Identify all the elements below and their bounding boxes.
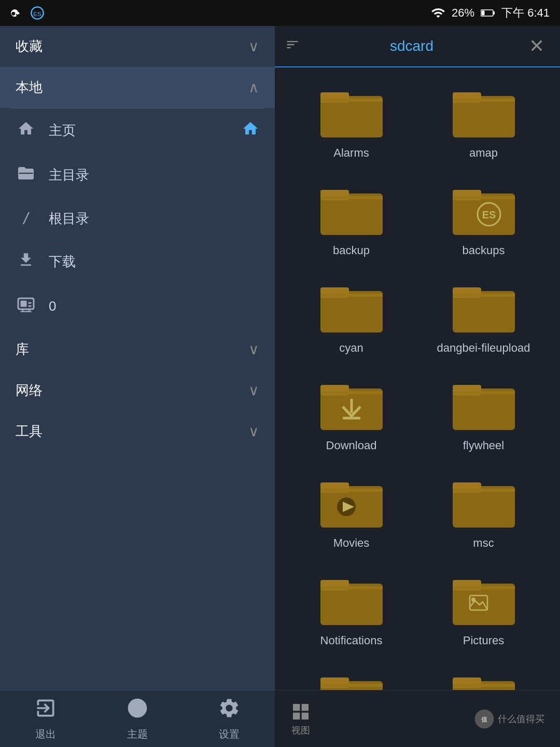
nav-theme[interactable]: 主题 [126,697,149,741]
view-label: 视图 [291,724,310,737]
svg-rect-3 [493,11,495,15]
nav-settings[interactable]: 设置 [218,697,241,741]
watermark: 值 什么值得买 [475,710,544,728]
folder-pictures[interactable]: Pictures [417,560,550,658]
sidebar-section-local[interactable]: 本地 ∧ [0,67,275,108]
svg-rect-8 [29,302,32,304]
folder-dangbei-name: dangbei-fileupload [437,341,530,355]
status-bar-left: ES [10,6,45,20]
svg-text:值: 值 [481,716,487,723]
folder-alarms-name: Alarms [333,146,369,160]
sidebar-section-library[interactable]: 库 ∨ [0,329,275,370]
folder-dangbei-fileupload[interactable]: dangbei-fileupload [417,268,550,365]
download-icon [16,251,36,272]
grid-view-icon [290,701,311,722]
local-label: 本地 [16,78,43,96]
file-browser-title: sdcard [305,38,519,54]
sort-icon[interactable] [285,37,300,56]
favorites-label: 收藏 [16,37,43,56]
svg-rect-15 [453,99,515,102]
settings-icon [218,697,241,724]
library-label: 库 [16,340,29,358]
svg-rect-26 [320,294,383,297]
svg-rect-12 [320,99,383,102]
folder-flywheel[interactable]: flywheel [417,365,550,463]
sidebar-item-main-dir[interactable]: 主目录 [0,153,275,198]
es-icon: ES [30,6,45,20]
folder-download-name: Download [326,439,377,452]
folder-msc[interactable]: msc [417,463,550,560]
download-label: 下载 [49,253,76,271]
favorites-chevron-icon: ∨ [248,38,259,55]
svg-rect-48 [320,586,383,589]
sidebar-section-tools[interactable]: 工具 ∨ [0,411,275,452]
root-dir-label: 根目录 [49,210,89,228]
time-display: 下午 6:41 [501,5,550,21]
sidebar-item-root-dir[interactable]: / 根目录 [0,198,275,240]
folder-alarms[interactable]: Alarms [285,73,417,170]
svg-rect-18 [320,196,383,199]
close-button[interactable]: ✕ [524,33,550,60]
sidebar-spacer [0,452,275,690]
folder-download[interactable]: Download [285,365,417,463]
folder-backup[interactable]: backup [285,170,417,268]
folder-flywheel-name: flywheel [463,439,504,452]
network-chevron-icon: ∨ [248,382,259,399]
status-bar: ES 26% 下午 6:41 [0,0,560,26]
device-icon [16,295,36,317]
folder-alarms-icon [318,83,385,140]
folder-13-icon [318,668,385,690]
key-icon [10,6,25,20]
sidebar-item-download[interactable]: 下载 [0,240,275,284]
network-label: 网络 [16,381,43,399]
svg-rect-37 [453,391,515,394]
folder-13[interactable] [285,658,417,690]
file-browser: sdcard ✕ Alarms [275,26,560,690]
svg-rect-40 [320,489,383,492]
svg-rect-56 [320,684,383,687]
nav-exit[interactable]: 退出 [34,697,57,741]
theme-icon [126,697,149,724]
root-dir-icon: / [16,209,36,228]
folder-msc-icon [450,473,517,530]
watermark-icon: 值 [475,710,494,728]
svg-rect-32 [320,391,383,394]
exit-icon [34,697,57,724]
settings-label: 设置 [219,727,240,741]
exit-label: 退出 [35,727,56,741]
bottom-navigation: 退出 主题 设置 [0,690,560,747]
folder-backups[interactable]: ES backups [417,170,550,268]
sidebar-section-favorites[interactable]: 收藏 ∨ [0,26,275,67]
folder-amap-icon [450,83,517,140]
svg-rect-51 [453,586,515,589]
folder-notifications[interactable]: Notifications [285,560,417,658]
battery-icon [481,9,495,17]
svg-rect-4 [482,11,485,16]
folder-backup-icon [318,181,385,238]
bottom-nav-left: 退出 主题 设置 [0,690,275,747]
folder-pictures-icon [450,571,517,628]
folder-backup-name: backup [333,244,370,257]
wifi-icon [431,6,445,20]
folder-14-icon [450,668,517,690]
sidebar-section-network[interactable]: 网络 ∨ [0,370,275,411]
svg-text:ES: ES [482,209,496,220]
theme-label: 主题 [127,727,148,741]
folder-amap[interactable]: amap [417,73,550,170]
home-active-icon [242,120,259,141]
folder-cyan[interactable]: cyan [285,268,417,365]
svg-rect-29 [453,294,515,297]
file-browser-header: sdcard ✕ [275,26,560,67]
sidebar-item-home[interactable]: 主页 [0,108,275,153]
svg-rect-9 [29,306,32,307]
folder-14[interactable] [417,658,550,690]
folder-movies-icon [318,473,385,530]
view-button[interactable]: 视图 [290,701,311,737]
folder-movies[interactable]: Movies [285,463,417,560]
tools-label: 工具 [16,422,43,440]
sidebar-item-device-0[interactable]: 0 [0,284,275,329]
home-label: 主页 [49,121,76,140]
watermark-text: 什么值得买 [498,713,544,725]
svg-rect-21 [453,196,515,199]
folder-dangbei-icon [450,278,517,335]
